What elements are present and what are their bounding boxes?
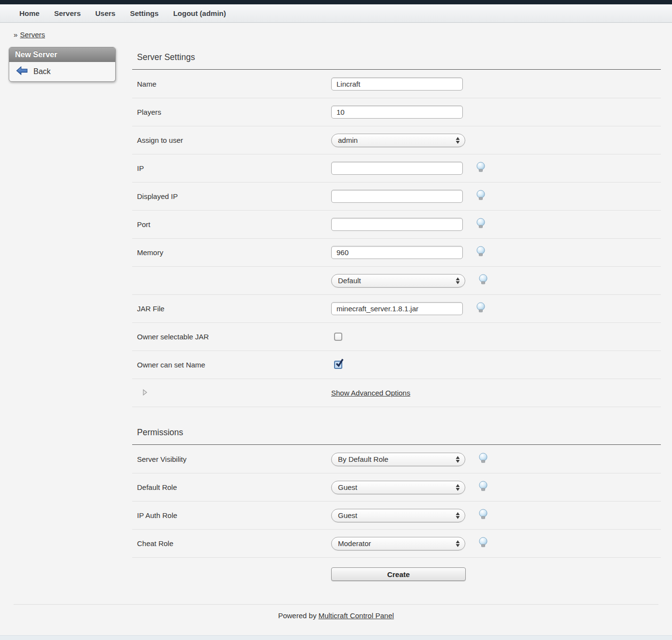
lightbulb-icon[interactable] bbox=[478, 453, 489, 466]
lightbulb-icon[interactable] bbox=[478, 509, 489, 522]
create-row: Create bbox=[132, 558, 661, 604]
memory-mode-select[interactable]: Default bbox=[331, 274, 465, 288]
nav-item-logout[interactable]: Logout (admin) bbox=[166, 9, 233, 17]
nav-item-users[interactable]: Users bbox=[88, 9, 123, 17]
memory-mode-value: Default bbox=[338, 276, 361, 285]
up-down-arrows-icon bbox=[456, 484, 461, 491]
up-down-arrows-icon bbox=[456, 137, 461, 144]
arrow-left-icon bbox=[16, 66, 28, 77]
port-input[interactable] bbox=[331, 218, 463, 231]
name-label: Name bbox=[132, 80, 331, 88]
owner-can-set-name-label: Owner can set Name bbox=[132, 361, 331, 369]
default-role-label: Default Role bbox=[132, 483, 331, 491]
lightbulb-icon[interactable] bbox=[475, 246, 486, 259]
powered-by-label: Powered by bbox=[278, 611, 316, 620]
up-down-arrows-icon bbox=[456, 456, 461, 463]
form-row-cheat-role: Cheat Role Moderator bbox=[132, 530, 661, 558]
server-visibility-select[interactable]: By Default Role bbox=[331, 453, 465, 466]
form-row-server-visibility: Server Visibility By Default Role bbox=[132, 445, 661, 473]
players-label: Players bbox=[132, 108, 331, 116]
jar-file-input[interactable] bbox=[331, 302, 463, 315]
breadcrumb: »Servers bbox=[0, 23, 672, 39]
form-row-displayed-ip: Displayed IP bbox=[132, 183, 661, 211]
memory-input[interactable] bbox=[331, 246, 463, 259]
nav-item-home[interactable]: Home bbox=[12, 9, 47, 17]
jar-file-label: JAR File bbox=[132, 305, 331, 313]
cheat-role-value: Moderator bbox=[338, 539, 371, 548]
form-row-advanced-options: Show Advanced Options bbox=[132, 379, 661, 407]
panel-title: New Server bbox=[9, 47, 115, 62]
form-row-default-role: Default Role Guest bbox=[132, 473, 661, 502]
form-row-owner-can-set-name: Owner can set Name bbox=[132, 351, 661, 379]
assign-to-user-value: admin bbox=[338, 136, 358, 144]
form-row-port: Port bbox=[132, 211, 661, 239]
name-input[interactable] bbox=[331, 77, 463, 91]
lightbulb-icon[interactable] bbox=[478, 274, 489, 287]
lightbulb-icon[interactable] bbox=[475, 190, 486, 203]
ip-input[interactable] bbox=[331, 162, 463, 175]
lightbulb-icon[interactable] bbox=[475, 162, 486, 175]
memory-label: Memory bbox=[132, 248, 331, 257]
server-settings-heading: Server Settings bbox=[132, 39, 661, 69]
assign-to-user-select[interactable]: admin bbox=[331, 134, 465, 147]
breadcrumb-servers-link[interactable]: Servers bbox=[20, 30, 45, 39]
nav-bar: Home Servers Users Settings Logout (admi… bbox=[0, 4, 672, 23]
lightbulb-icon[interactable] bbox=[475, 302, 486, 315]
form-row-owner-selectable-jar: Owner selectable JAR bbox=[132, 323, 661, 351]
lightbulb-icon[interactable] bbox=[478, 481, 489, 494]
form-row-jar-file: JAR File bbox=[132, 295, 661, 323]
footer: Powered byMulticraft Control Panel bbox=[0, 605, 672, 632]
form-row-assign-to-user: Assign to user admin bbox=[132, 126, 661, 154]
back-button-label: Back bbox=[33, 67, 51, 76]
ip-auth-role-value: Guest bbox=[338, 511, 357, 519]
assign-to-user-label: Assign to user bbox=[132, 136, 331, 144]
server-visibility-label: Server Visibility bbox=[132, 455, 331, 463]
back-button[interactable]: Back bbox=[9, 62, 115, 81]
up-down-arrows-icon bbox=[456, 277, 461, 284]
ip-label: IP bbox=[132, 164, 331, 172]
port-label: Port bbox=[132, 220, 331, 229]
displayed-ip-input[interactable] bbox=[331, 190, 463, 203]
new-server-panel: New Server Back bbox=[9, 47, 116, 82]
up-down-arrows-icon bbox=[456, 512, 461, 519]
form-row-memory-mode: Default bbox=[132, 267, 661, 295]
breadcrumb-marker: » bbox=[14, 30, 17, 39]
triangle-right-icon[interactable] bbox=[143, 389, 147, 397]
nav-item-settings[interactable]: Settings bbox=[122, 9, 166, 17]
show-advanced-options-link[interactable]: Show Advanced Options bbox=[331, 389, 410, 397]
bottom-strip bbox=[0, 635, 672, 640]
multicraft-link[interactable]: Multicraft Control Panel bbox=[319, 611, 394, 620]
owner-selectable-jar-checkbox[interactable] bbox=[334, 333, 342, 341]
ip-auth-role-label: IP Auth Role bbox=[132, 511, 331, 519]
form-row-ip-auth-role: IP Auth Role Guest bbox=[132, 502, 661, 530]
owner-can-set-name-checkbox[interactable] bbox=[334, 361, 342, 369]
form-row-name: Name bbox=[132, 70, 661, 98]
cheat-role-label: Cheat Role bbox=[132, 539, 331, 548]
form-row-memory: Memory bbox=[132, 239, 661, 267]
form-row-ip: IP bbox=[132, 154, 661, 183]
owner-selectable-jar-label: Owner selectable JAR bbox=[132, 333, 331, 341]
permissions-heading: Permissions bbox=[132, 407, 661, 444]
server-visibility-value: By Default Role bbox=[338, 455, 388, 463]
ip-auth-role-select[interactable]: Guest bbox=[331, 509, 465, 522]
form-row-players: Players bbox=[132, 98, 661, 126]
players-input[interactable] bbox=[331, 106, 463, 119]
displayed-ip-label: Displayed IP bbox=[132, 192, 331, 200]
lightbulb-icon[interactable] bbox=[475, 218, 486, 231]
create-button[interactable]: Create bbox=[331, 567, 466, 581]
default-role-value: Guest bbox=[338, 483, 357, 491]
default-role-select[interactable]: Guest bbox=[331, 481, 465, 494]
main-content: Server Settings Name Players Assign to u… bbox=[132, 39, 661, 604]
nav-item-servers[interactable]: Servers bbox=[47, 9, 88, 17]
cheat-role-select[interactable]: Moderator bbox=[331, 537, 465, 550]
lightbulb-icon[interactable] bbox=[478, 537, 489, 550]
window-top-strip bbox=[0, 0, 672, 4]
up-down-arrows-icon bbox=[456, 540, 461, 547]
